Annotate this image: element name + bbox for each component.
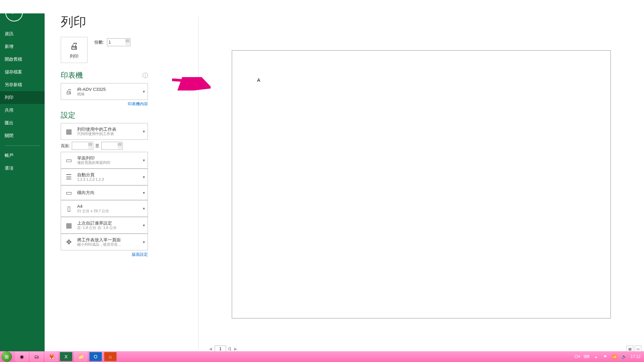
taskbar-apps: ◉ 🗂 🦊 X 📁 O ⌂	[15, 352, 117, 361]
taskbar-firefox[interactable]: 🦊	[45, 352, 58, 361]
margins-sub: 左: 1.8 公分 右: 1.8 公分	[77, 226, 117, 230]
clock[interactable]: 17:12	[631, 354, 641, 359]
taskbar-excel[interactable]: X	[60, 352, 72, 361]
ime-indicator[interactable]: CH	[575, 354, 580, 359]
printer-select[interactable]: 🖨 iR-ADV C3325 就緒 ▼	[61, 83, 148, 100]
orientation-select[interactable]: ▭ 橫向方向 ▼	[61, 185, 148, 200]
margins-icon: ▦	[64, 221, 74, 229]
settings-heading: 設定	[61, 110, 148, 120]
printer-properties-link[interactable]: 印表機內容	[61, 101, 148, 107]
taskbar-outlook[interactable]: O	[89, 352, 102, 361]
start-button[interactable]: ⊞	[1, 351, 12, 362]
system-tray: CH ⌨ ▴ ⚑ 📶 🔊 17:12	[575, 354, 644, 360]
volume-icon[interactable]: 🔊	[621, 354, 627, 360]
print-button-label: 列印	[70, 53, 78, 59]
chevron-down-icon: ▼	[142, 175, 146, 179]
page-to-input[interactable]	[101, 142, 123, 150]
settings-heading-text: 設定	[61, 110, 75, 120]
chevron-down-icon: ▼	[142, 207, 146, 210]
print-button[interactable]: 🖨 列印	[61, 37, 88, 63]
chevron-down-icon: ▼	[142, 130, 146, 133]
copies-label: 份數:	[94, 39, 104, 45]
printer-icon: 🖨	[70, 41, 78, 51]
page-range-to-label: 至	[95, 143, 99, 149]
printer-status: 就緒	[77, 92, 106, 96]
nav-account[interactable]: 帳戶	[0, 149, 45, 162]
preview-cell-a1: A	[257, 77, 260, 83]
keyboard-icon[interactable]: ⌨	[584, 354, 590, 360]
backstage-sidebar: ← 資訊 新增 開啟舊檔 儲存檔案 另存新檔 列印 共用 匯出 關閉 帳戶 選項	[0, 0, 45, 354]
nav-share[interactable]: 共用	[0, 104, 45, 117]
windows-logo-icon: ⊞	[5, 354, 9, 359]
sheets-icon: ▦	[64, 127, 74, 135]
print-config-column: 🖨 列印 份數: 1 印表機 i 🖨 iR-ADV C3325 就緒 ▼ 印表機…	[61, 37, 148, 261]
tray-chevron-icon[interactable]: ▴	[593, 354, 599, 360]
margins-select[interactable]: ▦ 上次自訂邊界設定 左: 1.8 公分 右: 1.8 公分 ▼	[61, 217, 148, 234]
prev-page-button[interactable]: ◀	[208, 347, 213, 351]
collate-select[interactable]: ☰ 自動分頁 1,2,3 1,2,3 1,2,3 ▼	[61, 169, 148, 185]
orientation-title: 橫向方向	[77, 190, 95, 195]
printer-name: iR-ADV C3325	[77, 87, 106, 92]
print-page: 列印 🖨 列印 份數: 1 印表機 i 🖨 iR-ADV C3325 就緒 ▼ …	[45, 0, 644, 354]
sides-sub: 僅於頁面的單面列印	[77, 161, 110, 165]
taskbar-folder[interactable]: 📁	[74, 352, 87, 361]
page-range-label: 頁面:	[61, 143, 70, 149]
nav-new[interactable]: 新增	[0, 40, 45, 53]
sides-title: 單面列印	[77, 156, 110, 161]
next-page-button[interactable]: ▶	[233, 347, 238, 351]
margins-title: 上次自訂邊界設定	[77, 221, 117, 226]
scaling-title: 將工作表放入單一頁面	[77, 237, 121, 243]
preview-sheet: A	[232, 50, 611, 318]
info-icon[interactable]: i	[143, 73, 148, 78]
paper-select[interactable]: ▯ A4 21 公分 x 29.7 公分 ▼	[61, 200, 148, 217]
printer-heading-text: 印表機	[61, 70, 83, 80]
network-icon[interactable]: 📶	[612, 354, 618, 360]
nav-list: 資訊 新增 開啟舊檔 儲存檔案 另存新檔 列印 共用 匯出 關閉 帳戶 選項	[0, 27, 45, 175]
chevron-down-icon: ▼	[142, 240, 146, 244]
collate-sub: 1,2,3 1,2,3 1,2,3	[77, 177, 104, 182]
print-scope-select[interactable]: ▦ 列印使用中的工作表 只列印使用中的工作表 ▼	[61, 123, 148, 140]
taskbar-app[interactable]: ⌂	[104, 352, 117, 361]
collate-title: 自動分頁	[77, 172, 104, 178]
nav-close[interactable]: 關閉	[0, 129, 45, 142]
taskbar-chrome[interactable]: ◉	[15, 352, 28, 361]
chevron-down-icon: ▼	[142, 191, 146, 195]
printer-heading: 印表機 i	[61, 70, 148, 80]
page-from-input[interactable]	[72, 142, 93, 150]
page-range-row: 頁面: 至	[61, 142, 148, 150]
scaling-sub: 縮小列印成品，使其符合…	[77, 242, 121, 247]
print-scope-sub: 只列印使用中的工作表	[77, 132, 116, 136]
nav-open[interactable]: 開啟舊檔	[0, 53, 45, 66]
chevron-down-icon: ▼	[142, 224, 146, 227]
page-setup-link[interactable]: 版面設定	[61, 252, 148, 257]
paper-sub: 21 公分 x 29.7 公分	[77, 209, 109, 213]
page-total-label: /1	[228, 347, 231, 351]
chevron-down-icon: ▼	[142, 159, 146, 162]
print-scope-title: 列印使用中的工作表	[77, 127, 116, 132]
nav-print[interactable]: 列印	[0, 91, 45, 104]
orientation-icon: ▭	[64, 189, 74, 197]
paper-title: A4	[77, 204, 109, 209]
copies-spinner[interactable]: 1	[107, 38, 130, 46]
flag-icon[interactable]: ⚑	[602, 354, 608, 360]
scaling-select[interactable]: ✥ 將工作表放入單一頁面 縮小列印成品，使其符合… ▼	[61, 234, 148, 250]
taskbar-explorer[interactable]: 🗂	[30, 352, 43, 361]
nav-info[interactable]: 資訊	[0, 27, 45, 40]
print-preview-area: A	[198, 17, 644, 344]
scaling-icon: ✥	[64, 238, 74, 246]
nav-save[interactable]: 儲存檔案	[0, 66, 45, 78]
page-icon: ▭	[64, 156, 74, 164]
paper-icon: ▯	[64, 204, 74, 213]
collate-icon: ☰	[64, 173, 74, 181]
nav-saveas[interactable]: 另存新檔	[0, 78, 45, 91]
nav-divider	[5, 145, 40, 146]
nav-options[interactable]: 選項	[0, 162, 45, 175]
nav-export[interactable]: 匯出	[0, 117, 45, 129]
printer-device-icon: 🖨	[64, 88, 74, 96]
taskbar: ⊞ ◉ 🗂 🦊 X 📁 O ⌂ CH ⌨ ▴ ⚑ 📶 🔊 17:12	[0, 351, 644, 362]
sides-select[interactable]: ▭ 單面列印 僅於頁面的單面列印 ▼	[61, 152, 148, 169]
copies-row: 份數: 1	[94, 38, 130, 46]
chevron-down-icon: ▼	[142, 90, 146, 94]
